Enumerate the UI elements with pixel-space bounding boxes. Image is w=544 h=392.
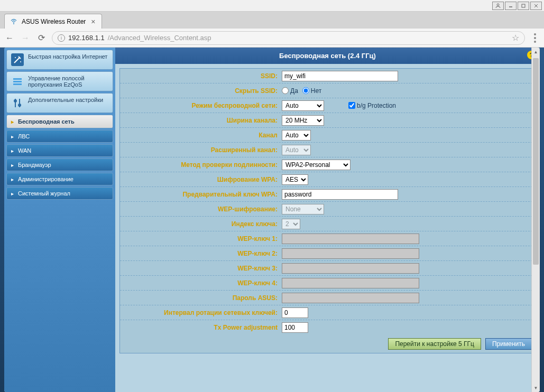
svg-rect-11 xyxy=(13,83,22,85)
wep4-label: WEP-ключ 4: xyxy=(123,279,282,287)
mode-select[interactable]: Auto xyxy=(282,100,324,111)
svg-point-0 xyxy=(497,4,499,6)
user-button[interactable] xyxy=(492,2,504,10)
sidebar-item-quick-setup[interactable]: Быстрая настройка Интернет xyxy=(6,50,113,70)
svg-point-8 xyxy=(20,61,21,62)
sidebar-item-label: ЛВС xyxy=(18,133,30,139)
bars-icon xyxy=(11,75,24,88)
asus-pass-input[interactable] xyxy=(282,293,419,303)
sidebar: Быстрая настройка Интернет Управление по… xyxy=(4,48,115,392)
wpa-enc-label: Шифрование WPA: xyxy=(123,176,282,183)
svg-rect-10 xyxy=(13,81,22,82)
auth-select[interactable]: WPA2-Personal xyxy=(282,160,351,170)
svg-rect-9 xyxy=(13,78,22,80)
wireless-form: SSID: Скрыть SSID: Да Нет Режим беспрово… xyxy=(119,68,536,353)
window-titlebar xyxy=(0,0,544,12)
sidebar-item-label: Брандмауэр xyxy=(18,162,51,168)
wpa-key-label: Предварительный ключ WPA: xyxy=(123,191,282,198)
sidebar-item-firewall[interactable]: Брандмауэр xyxy=(6,158,113,171)
hide-ssid-yes[interactable]: Да xyxy=(282,87,298,95)
svg-point-12 xyxy=(14,99,17,102)
scroll-up-button[interactable]: ▲ xyxy=(532,48,540,56)
browser-tabs: ASUS Wireless Router × xyxy=(0,12,544,29)
sidebar-item-label: Беспроводная сеть xyxy=(18,118,75,125)
wep-enc-label: WEP-шифрование: xyxy=(123,206,282,213)
hide-ssid-no[interactable]: Нет xyxy=(302,87,321,95)
wand-icon xyxy=(11,53,24,66)
sidebar-item-lan[interactable]: ЛВС xyxy=(6,130,113,143)
user-icon xyxy=(495,3,501,8)
width-label: Ширина канала: xyxy=(123,117,282,124)
wep2-input[interactable] xyxy=(282,248,419,259)
page-content: Быстрая настройка Интернет Управление по… xyxy=(0,48,544,392)
width-select[interactable]: 20 MHz xyxy=(282,115,324,126)
browser-tab[interactable]: ASUS Wireless Router × xyxy=(4,14,102,29)
hide-ssid-yes-radio[interactable] xyxy=(282,87,289,94)
goto-5ghz-button[interactable]: Перейти к настройке 5 ГГц xyxy=(388,338,481,350)
rotation-label: Интервал ротации сетевых ключей: xyxy=(123,309,282,316)
wifi-icon xyxy=(10,18,17,25)
sidebar-item-label: Дополнительные настройки xyxy=(28,97,103,103)
wep1-input[interactable] xyxy=(282,234,419,244)
sidebar-item-label: Управление полосой пропускания EzQoS xyxy=(28,75,108,88)
rotation-input[interactable] xyxy=(282,307,308,318)
key-index-label: Индекс ключа: xyxy=(123,220,282,228)
browser-toolbar: ← → ⟳ i 192.168.1.1/Advanced_Wireless_Co… xyxy=(0,29,544,48)
panel-header: Беспроводная сеть (2.4 ГГц) ? xyxy=(115,48,540,64)
wpa-enc-select[interactable]: AES xyxy=(282,174,308,185)
scroll-down-button[interactable]: ▼ xyxy=(532,384,540,392)
sidebar-item-advanced[interactable]: Дополнительные настройки xyxy=(6,93,113,113)
svg-rect-2 xyxy=(522,4,525,7)
forward-button[interactable]: → xyxy=(20,33,31,43)
scroll-thumb[interactable] xyxy=(533,58,539,265)
vertical-scrollbar[interactable]: ▲ ▼ xyxy=(531,48,540,392)
tools-icon xyxy=(11,97,24,109)
close-icon xyxy=(533,3,539,8)
sidebar-item-admin[interactable]: Администрирование xyxy=(6,173,113,185)
mode-label: Режим беспроводной сети: xyxy=(123,102,282,109)
auth-label: Метод проверки подлинности: xyxy=(123,161,282,169)
minimize-button[interactable] xyxy=(505,2,517,10)
maximize-button[interactable] xyxy=(518,2,529,10)
sidebar-item-wireless[interactable]: Беспроводная сеть xyxy=(6,115,113,128)
panel-title: Беспроводная сеть (2.4 ГГц) xyxy=(279,52,376,60)
ext-channel-select[interactable]: Auto xyxy=(282,145,311,155)
sidebar-item-label: Быстрая настройка Интернет xyxy=(28,53,107,60)
sidebar-item-label: WAN xyxy=(18,147,31,154)
bg-protection-checkbox[interactable]: b/g Protection xyxy=(348,102,396,109)
reload-button[interactable]: ⟳ xyxy=(36,33,47,43)
hide-ssid-no-radio[interactable] xyxy=(302,87,309,94)
sidebar-item-ezqos[interactable]: Управление полосой пропускания EzQoS xyxy=(6,71,113,91)
tab-close-button[interactable]: × xyxy=(90,18,96,25)
apply-button[interactable]: Применить xyxy=(485,338,532,350)
wep3-input[interactable] xyxy=(282,263,419,274)
url-host: 192.168.1.1 xyxy=(68,34,105,42)
main-panel: Беспроводная сеть (2.4 ГГц) ? SSID: Скры… xyxy=(115,48,540,392)
sidebar-item-wan[interactable]: WAN xyxy=(6,144,113,157)
svg-point-7 xyxy=(15,57,16,58)
wpa-key-input[interactable] xyxy=(282,189,398,200)
bg-protection-input[interactable] xyxy=(348,102,355,109)
sidebar-item-syslog[interactable]: Системный журнал xyxy=(6,187,113,200)
bookmark-button[interactable]: ☆ xyxy=(512,33,519,43)
tab-title: ASUS Wireless Router xyxy=(22,18,86,25)
svg-point-5 xyxy=(13,23,14,24)
channel-select[interactable]: Auto xyxy=(282,130,311,141)
close-button[interactable] xyxy=(530,2,542,10)
browser-menu-button[interactable] xyxy=(530,33,540,43)
channel-label: Канал xyxy=(123,132,282,139)
url-path: /Advanced_Wireless_Content.asp xyxy=(108,34,211,42)
hide-ssid-label: Скрыть SSID: xyxy=(123,87,282,95)
minimize-icon xyxy=(508,3,513,8)
wep4-input[interactable] xyxy=(282,278,419,288)
tx-input[interactable] xyxy=(282,322,308,333)
wep2-label: WEP-ключ 2: xyxy=(123,250,282,257)
key-index-select[interactable]: 2 xyxy=(282,219,300,229)
address-bar[interactable]: i 192.168.1.1/Advanced_Wireless_Content.… xyxy=(52,31,525,45)
info-icon: i xyxy=(58,34,65,42)
wep-enc-select[interactable]: None xyxy=(282,204,324,214)
ssid-input[interactable] xyxy=(282,71,398,81)
sidebar-item-label: Администрирование xyxy=(18,176,73,182)
maximize-icon xyxy=(521,3,526,8)
back-button[interactable]: ← xyxy=(4,33,15,43)
